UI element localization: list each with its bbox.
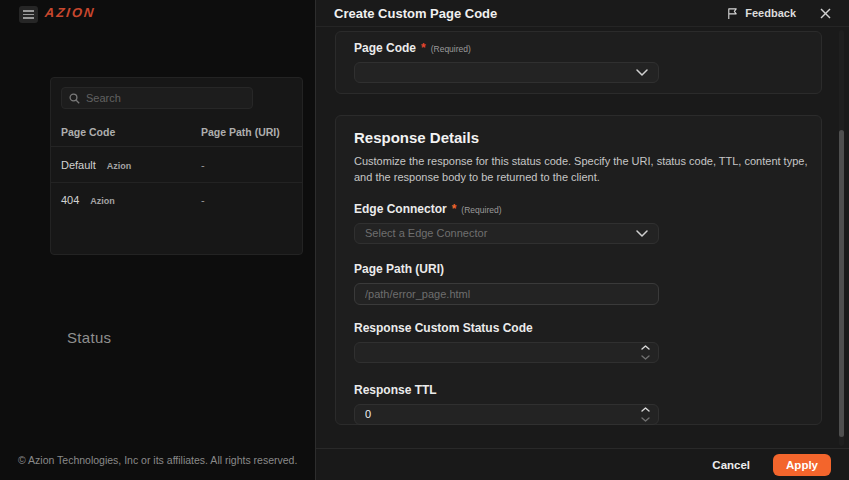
column-header-page-path: Page Path (URI) [201, 126, 280, 138]
page-path-cell: - [201, 159, 205, 171]
edge-connector-placeholder: Select a Edge Connector [365, 227, 636, 239]
status-section-heading: Status [67, 329, 111, 346]
table-row[interactable]: Default Azion - [51, 147, 302, 182]
close-icon [820, 8, 831, 19]
feedback-button[interactable]: Feedback [718, 4, 804, 23]
required-asterisk: * [452, 202, 457, 216]
edge-connector-select[interactable]: Select a Edge Connector [354, 223, 659, 244]
chevron-up-icon [641, 407, 650, 412]
required-asterisk: * [421, 41, 426, 55]
azion-tag: Azion [90, 196, 115, 206]
drawer-scrollbar-track[interactable] [839, 30, 844, 446]
response-details-card: Response Details Customize the response … [335, 115, 822, 425]
apply-button[interactable]: Apply [773, 454, 831, 476]
table-row[interactable]: 404 Azion - [51, 182, 302, 217]
response-ttl-label: Response TTL [354, 383, 437, 397]
search-field[interactable] [61, 87, 253, 109]
chevron-down-icon [636, 69, 648, 76]
drawer-footer: Cancel Apply [316, 448, 849, 480]
close-button[interactable] [814, 4, 837, 23]
drawer-title: Create Custom Page Code [334, 6, 718, 21]
required-hint: (Required) [431, 44, 471, 54]
required-hint: (Required) [461, 205, 501, 215]
search-input[interactable] [86, 92, 245, 104]
status-code-field [354, 342, 659, 363]
table-header: Page Code Page Path (URI) [51, 109, 302, 147]
response-details-heading: Response Details [354, 129, 803, 146]
chevron-up-icon [641, 345, 650, 350]
chevron-down-icon [641, 417, 650, 422]
feedback-label: Feedback [745, 7, 796, 19]
column-header-page-code: Page Code [61, 126, 201, 138]
page-path-cell: - [201, 194, 205, 206]
page-codes-panel: Page Code Page Path (URI) Default Azion … [50, 77, 303, 255]
ttl-increment-button[interactable] [638, 405, 652, 413]
status-code-increment-button[interactable] [638, 343, 652, 351]
page-code-card: Page Code * (Required) [335, 31, 822, 94]
page-code-cell: 404 [61, 194, 79, 206]
chevron-down-icon [636, 230, 648, 237]
drawer-header: Create Custom Page Code Feedback [316, 0, 849, 27]
azion-tag: Azion [107, 161, 132, 171]
cancel-button[interactable]: Cancel [699, 454, 763, 476]
edge-connector-label: Edge Connector [354, 202, 447, 216]
page-code-select[interactable] [354, 62, 659, 83]
chevron-down-icon [641, 355, 650, 360]
response-ttl-input[interactable] [365, 408, 648, 420]
azion-logo: AZION [44, 5, 96, 20]
flag-icon [726, 7, 739, 20]
copyright-text: © Azion Technologies, Inc or its affilia… [18, 454, 297, 466]
search-icon [69, 93, 80, 104]
drawer-scrollbar-thumb[interactable] [839, 130, 844, 437]
page-code-label: Page Code [354, 41, 416, 55]
status-code-decrement-button[interactable] [638, 353, 652, 361]
page-code-cell: Default [61, 159, 96, 171]
page-path-field [354, 283, 659, 305]
response-details-description: Customize the response for this status c… [354, 154, 812, 186]
status-code-input[interactable] [365, 346, 648, 358]
response-ttl-field [354, 404, 659, 425]
status-code-label: Response Custom Status Code [354, 321, 533, 335]
page-path-input[interactable] [365, 288, 648, 300]
page-path-label: Page Path (URI) [354, 262, 444, 276]
create-custom-page-code-drawer: Create Custom Page Code Feedback Page Co… [315, 0, 849, 480]
ttl-decrement-button[interactable] [638, 415, 652, 423]
menu-button[interactable] [19, 6, 38, 23]
